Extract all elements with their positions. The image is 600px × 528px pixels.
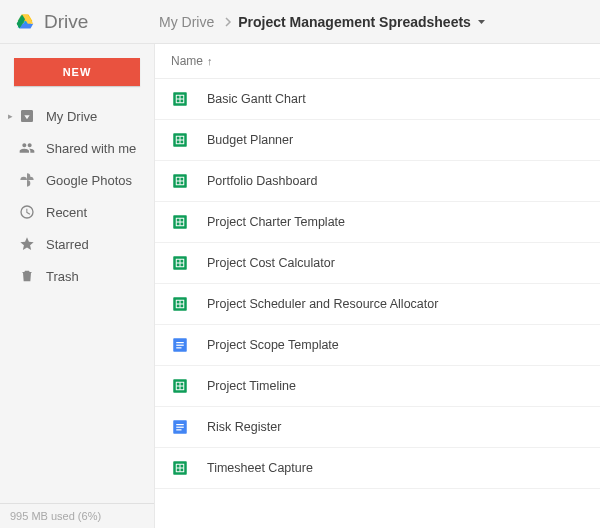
file-row[interactable]: Project Scope Template (155, 325, 600, 366)
column-header-name[interactable]: Name ↑ (155, 44, 600, 79)
photos-icon (18, 171, 36, 189)
sidebar-item-label: Trash (46, 269, 79, 284)
my-drive-icon (18, 107, 36, 125)
file-name: Budget Planner (207, 133, 293, 147)
sheet-icon (171, 459, 189, 477)
top-header: Drive My Drive Project Management Spread… (0, 0, 600, 44)
sidebar-item-recent[interactable]: Recent (0, 196, 154, 228)
sheet-icon (171, 295, 189, 313)
sidebar-item-label: Starred (46, 237, 89, 252)
file-name: Project Scheduler and Resource Allocator (207, 297, 438, 311)
sidebar-item-starred[interactable]: Starred (0, 228, 154, 260)
sidebar-item-my-drive[interactable]: ▸ My Drive (0, 100, 154, 132)
sheet-icon (171, 131, 189, 149)
clock-icon (18, 203, 36, 221)
file-name: Project Timeline (207, 379, 296, 393)
file-row[interactable]: Project Charter Template (155, 202, 600, 243)
sidebar-item-photos[interactable]: Google Photos (0, 164, 154, 196)
shared-icon (18, 139, 36, 157)
file-name: Portfolio Dashboard (207, 174, 317, 188)
app-name: Drive (44, 11, 88, 33)
file-row[interactable]: Risk Register (155, 407, 600, 448)
sort-ascending-icon: ↑ (207, 55, 213, 67)
drive-logo-icon (14, 11, 36, 33)
sidebar-item-label: My Drive (46, 109, 97, 124)
expand-triangle-icon[interactable]: ▸ (8, 111, 18, 121)
file-name: Project Scope Template (207, 338, 339, 352)
new-button[interactable]: NEW (14, 58, 140, 86)
star-icon (18, 235, 36, 253)
sidebar-item-label: Shared with me (46, 141, 136, 156)
storage-quota[interactable]: 995 MB used (6%) (0, 503, 154, 528)
breadcrumb-current-label: Project Management Spreadsheets (238, 14, 471, 30)
sheet-icon (171, 254, 189, 272)
svg-rect-39 (176, 424, 184, 425)
file-row[interactable]: Project Cost Calculator (155, 243, 600, 284)
file-name: Timesheet Capture (207, 461, 313, 475)
body-container: NEW ▸ My Drive Shared with me (0, 44, 600, 528)
file-list-panel: Name ↑ Basic Gantt ChartBudget PlannerPo… (155, 44, 600, 528)
column-name-label: Name (171, 54, 203, 68)
svg-rect-31 (176, 342, 184, 343)
file-name: Project Cost Calculator (207, 256, 335, 270)
file-row[interactable]: Budget Planner (155, 120, 600, 161)
doc-icon (171, 418, 189, 436)
file-row[interactable]: Timesheet Capture (155, 448, 600, 489)
sidebar: NEW ▸ My Drive Shared with me (0, 44, 155, 528)
file-name: Project Charter Template (207, 215, 345, 229)
file-rows: Basic Gantt ChartBudget PlannerPortfolio… (155, 79, 600, 489)
svg-rect-33 (176, 347, 181, 348)
sheet-icon (171, 213, 189, 231)
trash-icon (18, 267, 36, 285)
svg-rect-32 (176, 345, 184, 346)
sidebar-nav: ▸ My Drive Shared with me Google Photos (0, 100, 154, 292)
sidebar-item-shared[interactable]: Shared with me (0, 132, 154, 164)
svg-rect-41 (176, 429, 181, 430)
sidebar-item-label: Google Photos (46, 173, 132, 188)
sheet-icon (171, 172, 189, 190)
logo-area[interactable]: Drive (0, 11, 155, 33)
sheet-icon (171, 377, 189, 395)
file-row[interactable]: Project Timeline (155, 366, 600, 407)
file-row[interactable]: Basic Gantt Chart (155, 79, 600, 120)
breadcrumb-root[interactable]: My Drive (159, 14, 214, 30)
file-row[interactable]: Portfolio Dashboard (155, 161, 600, 202)
chevron-right-icon (224, 17, 232, 27)
breadcrumb: My Drive Project Management Spreadsheets (155, 14, 486, 30)
caret-down-icon (477, 19, 486, 25)
svg-rect-40 (176, 427, 184, 428)
sidebar-item-label: Recent (46, 205, 87, 220)
file-name: Risk Register (207, 420, 281, 434)
file-row[interactable]: Project Scheduler and Resource Allocator (155, 284, 600, 325)
sheet-icon (171, 90, 189, 108)
sidebar-item-trash[interactable]: Trash (0, 260, 154, 292)
breadcrumb-current[interactable]: Project Management Spreadsheets (238, 14, 486, 30)
file-name: Basic Gantt Chart (207, 92, 306, 106)
doc-icon (171, 336, 189, 354)
